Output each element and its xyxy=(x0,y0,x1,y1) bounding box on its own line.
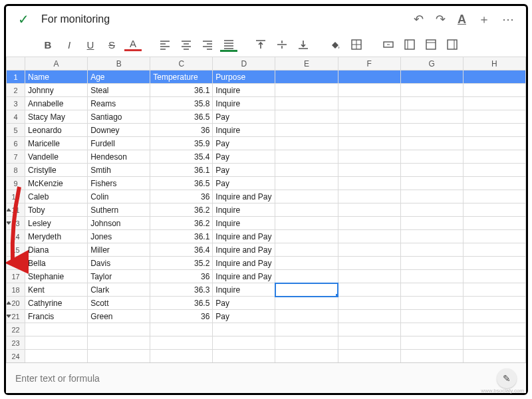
cell-A15[interactable]: Diana xyxy=(25,243,88,257)
cell-C8[interactable]: 36.1 xyxy=(150,164,213,177)
cell-B24[interactable] xyxy=(88,350,150,363)
cell-D22[interactable] xyxy=(213,323,275,336)
cell-H24[interactable] xyxy=(463,350,525,363)
document-title[interactable]: For monitoring xyxy=(41,13,414,25)
cell-A10[interactable]: Caleb xyxy=(25,190,88,203)
cell-A14[interactable]: Merydeth xyxy=(25,230,88,243)
cell-F20[interactable] xyxy=(338,297,400,310)
edit-fab-icon[interactable]: ✎ xyxy=(497,368,517,388)
row-header[interactable]: 18 xyxy=(7,283,25,297)
valign-bottom-icon[interactable] xyxy=(295,36,312,53)
cell-D17[interactable]: Inquire and Pay xyxy=(213,270,275,283)
valign-top-icon[interactable] xyxy=(252,36,269,53)
cell-F21[interactable] xyxy=(338,310,400,323)
align-right-icon[interactable] xyxy=(199,36,216,53)
cell-A22[interactable] xyxy=(25,323,88,336)
cell-E13[interactable] xyxy=(275,217,338,230)
cell-E15[interactable] xyxy=(275,243,338,257)
cell-B21[interactable]: Green xyxy=(88,310,150,323)
cell-F10[interactable] xyxy=(338,190,400,203)
cell-E5[interactable] xyxy=(275,124,338,137)
cell-B3[interactable]: Reams xyxy=(88,97,150,110)
cell-H8[interactable] xyxy=(463,164,525,177)
cell-H13[interactable] xyxy=(463,217,525,230)
row-header[interactable]: 11 xyxy=(7,203,25,217)
cell-B5[interactable]: Downey xyxy=(88,124,150,137)
cell-B14[interactable]: Jones xyxy=(88,230,150,243)
cell-E3[interactable] xyxy=(275,97,338,110)
cell-A5[interactable]: Leonardo xyxy=(25,124,88,137)
cell-B2[interactable]: Steal xyxy=(88,84,150,97)
row-header[interactable]: 20 xyxy=(7,297,25,310)
cell-A17[interactable]: Stephanie xyxy=(25,270,88,283)
cell-D15[interactable]: Inquire and Pay xyxy=(213,243,275,257)
cell-E14[interactable] xyxy=(275,230,338,243)
cell-A24[interactable] xyxy=(25,350,88,363)
cell-D11[interactable]: Inquire xyxy=(213,203,275,217)
cell-B16[interactable]: Davis xyxy=(88,257,150,270)
cell-E8[interactable] xyxy=(275,164,338,177)
cell-H3[interactable] xyxy=(463,97,525,110)
cell-F4[interactable] xyxy=(338,110,400,124)
cell-E6[interactable] xyxy=(275,137,338,150)
cell-D7[interactable]: Pay xyxy=(213,150,275,164)
cell-C7[interactable]: 35.4 xyxy=(150,150,213,164)
cell-E21[interactable] xyxy=(275,310,338,323)
cell-H1[interactable] xyxy=(463,70,525,84)
cell-B1[interactable]: Age xyxy=(88,70,150,84)
cell-D13[interactable]: Inquire xyxy=(213,217,275,230)
cell-A7[interactable]: Vandelle xyxy=(25,150,88,164)
row-header[interactable]: 7 xyxy=(7,150,25,164)
cell-B15[interactable]: Miller xyxy=(88,243,150,257)
cell-D3[interactable]: Inquire xyxy=(213,97,275,110)
cell-D4[interactable]: Pay xyxy=(213,110,275,124)
valign-middle-icon[interactable] xyxy=(273,36,291,53)
cell-F2[interactable] xyxy=(338,84,400,97)
cell-A1[interactable]: Name xyxy=(25,70,88,84)
spreadsheet-grid[interactable]: ABCDEFGH1NameAgeTemperaturePurpose2Johnn… xyxy=(6,57,526,362)
cell-H6[interactable] xyxy=(463,137,525,150)
cell-B9[interactable]: Fishers xyxy=(88,177,150,190)
cell-E16[interactable] xyxy=(275,257,338,270)
cell-F8[interactable] xyxy=(338,164,400,177)
row-header[interactable]: 1 xyxy=(7,70,25,84)
row-header[interactable]: 9 xyxy=(7,177,25,190)
cell-F1[interactable] xyxy=(338,70,400,84)
row-header[interactable]: 23 xyxy=(7,336,25,350)
font-icon[interactable]: A xyxy=(458,13,466,27)
cell-C24[interactable] xyxy=(150,350,213,363)
cell-G23[interactable] xyxy=(400,336,463,350)
italic-button[interactable]: I xyxy=(61,36,78,53)
cell-E11[interactable] xyxy=(275,203,338,217)
cell-H16[interactable] xyxy=(463,257,525,270)
cell-B11[interactable]: Suthern xyxy=(88,203,150,217)
text-color-button[interactable]: A xyxy=(124,38,142,51)
rotate-icon[interactable] xyxy=(444,36,461,53)
cell-G14[interactable] xyxy=(400,230,463,243)
cell-B7[interactable]: Hendeson xyxy=(88,150,150,164)
cell-F18[interactable] xyxy=(338,283,400,297)
cell-G4[interactable] xyxy=(400,110,463,124)
cell-F23[interactable] xyxy=(338,336,400,350)
cell-A3[interactable]: Annabelle xyxy=(25,97,88,110)
cell-C3[interactable]: 35.8 xyxy=(150,97,213,110)
col-header-A[interactable]: A xyxy=(25,57,88,70)
cell-G6[interactable] xyxy=(400,137,463,150)
cell-B17[interactable]: Taylor xyxy=(88,270,150,283)
col-header-C[interactable]: C xyxy=(150,57,213,70)
cell-E9[interactable] xyxy=(275,177,338,190)
cell-A9[interactable]: McKenzie xyxy=(25,177,88,190)
cell-B10[interactable]: Colin xyxy=(88,190,150,203)
cell-G1[interactable] xyxy=(400,70,463,84)
cell-D6[interactable]: Pay xyxy=(213,137,275,150)
cell-H10[interactable] xyxy=(463,190,525,203)
more-icon[interactable]: ⋯ xyxy=(502,12,514,27)
borders-icon[interactable] xyxy=(348,36,365,53)
cell-D23[interactable] xyxy=(213,336,275,350)
cell-C1[interactable]: Temperature xyxy=(150,70,213,84)
cell-H4[interactable] xyxy=(463,110,525,124)
bold-button[interactable]: B xyxy=(39,36,57,53)
cell-E20[interactable] xyxy=(275,297,338,310)
cell-A11[interactable]: Toby xyxy=(25,203,88,217)
cell-C22[interactable] xyxy=(150,323,213,336)
